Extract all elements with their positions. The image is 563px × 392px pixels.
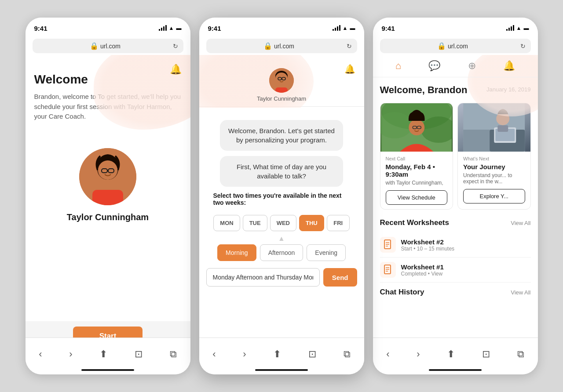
book-button-right[interactable]: ⊡ bbox=[477, 347, 495, 362]
whats-next-card-body: What's Next Your Journey Understand your… bbox=[458, 152, 530, 208]
chat-bubble-2: First, What time of day are you availabl… bbox=[220, 156, 343, 187]
worksheet-item-2: Worksheet #2 Start • 10 – 15 minutes bbox=[380, 232, 531, 258]
book-button-center[interactable]: ⊡ bbox=[303, 347, 322, 362]
forward-button-left[interactable]: › bbox=[64, 347, 77, 362]
day-wed[interactable]: WED bbox=[270, 215, 296, 231]
refresh-icon-right[interactable]: ↻ bbox=[520, 43, 526, 50]
lock-icon-center: 🔒 bbox=[263, 42, 272, 50]
worksheets-header: Recent Worksheets View All bbox=[380, 218, 531, 227]
battery-icon-center: ▬ bbox=[350, 25, 355, 31]
lock-icon-left: 🔒 bbox=[90, 42, 99, 50]
status-bar-left: 9:41 ▲ ▬ bbox=[26, 18, 190, 37]
day-fri[interactable]: FRI bbox=[327, 215, 350, 231]
tabs-button-right[interactable]: ⧉ bbox=[512, 347, 530, 362]
battery-icon-right: ▬ bbox=[524, 25, 529, 31]
next-call-with: with Taylor Cunningham, bbox=[386, 180, 448, 186]
next-call-card-image bbox=[380, 103, 453, 152]
coach-avatar-center bbox=[269, 68, 294, 93]
document-icon-1 bbox=[384, 265, 392, 275]
next-call-card-body: Next Call Monday, Feb 4 • 9:30am with Ta… bbox=[380, 152, 453, 209]
bottom-nav-center: ‹ › ⬆ ⊡ ⧉ bbox=[199, 338, 364, 374]
view-schedule-btn[interactable]: View Schedule bbox=[386, 190, 448, 205]
worksheets-view-all[interactable]: View All bbox=[511, 220, 530, 226]
signal-icon-left bbox=[159, 25, 167, 31]
coach-avatar-svg bbox=[79, 148, 136, 205]
status-bar-center: 9:41 ▲ ▬ bbox=[199, 18, 364, 37]
chat-history-header: Chat History View All bbox=[380, 288, 531, 297]
right-welcome: Welcome, Brandon bbox=[380, 84, 468, 96]
whats-next-label: What's Next bbox=[463, 156, 525, 161]
next-call-label: Next Call bbox=[386, 156, 448, 161]
refresh-icon-center[interactable]: ↻ bbox=[347, 43, 352, 50]
url-text-right: url.com bbox=[448, 43, 468, 50]
status-icons-right: ▲ ▬ bbox=[506, 25, 529, 31]
url-bar-left[interactable]: 🔒 url.com ↻ bbox=[33, 39, 183, 53]
days-arrow: ▲ bbox=[199, 235, 364, 243]
home-icon-right[interactable]: ⌂ bbox=[395, 60, 401, 72]
day-tue[interactable]: TUE bbox=[243, 215, 267, 231]
signal-icon-center bbox=[333, 25, 340, 31]
schedule-prompt: Select two times you're available in the… bbox=[199, 192, 364, 215]
forward-button-center[interactable]: › bbox=[238, 347, 251, 362]
svg-rect-28 bbox=[497, 125, 508, 132]
coach-name-left: Taylor Cunningham bbox=[67, 212, 149, 222]
status-time-left: 9:41 bbox=[34, 25, 48, 32]
back-button-left[interactable]: ‹ bbox=[33, 347, 47, 362]
status-icons-left: ▲ ▬ bbox=[159, 25, 182, 31]
chat-area: Welcome, Brandon. Let's get started by p… bbox=[199, 111, 364, 187]
wifi-icon-left: ▲ bbox=[169, 25, 174, 31]
center-coach-container: Taylor Cunningham bbox=[199, 55, 364, 102]
status-time-right: 9:41 bbox=[382, 25, 395, 32]
input-row: Send bbox=[199, 268, 364, 287]
journey-sub: Understand your... to expect in the w... bbox=[463, 172, 525, 185]
days-row: MON TUE WED THU FRI bbox=[199, 215, 364, 231]
nav-indicator-right bbox=[429, 369, 482, 371]
tabs-button-center[interactable]: ⧉ bbox=[338, 347, 356, 362]
url-bar-right[interactable]: 🔒 url.com ↻ bbox=[380, 39, 531, 53]
bottom-nav-right: ‹ › ⬆ ⊡ ⧉ bbox=[373, 338, 538, 374]
battery-icon-left: ▬ bbox=[176, 25, 182, 31]
status-icons-center: ▲ ▬ bbox=[333, 25, 355, 31]
bottom-nav-left: ‹ › ⬆ ⊡ ⧉ bbox=[26, 338, 190, 374]
svg-rect-13 bbox=[275, 87, 288, 93]
time-evening[interactable]: Evening bbox=[307, 244, 346, 261]
notification-icon-center[interactable]: 🔔 bbox=[344, 64, 355, 74]
nav-indicator-left bbox=[81, 369, 134, 371]
back-button-right[interactable]: ‹ bbox=[381, 347, 395, 362]
worksheet-info-2: Worksheet #2 Start • 10 – 15 minutes bbox=[401, 238, 455, 252]
status-time-center: 9:41 bbox=[208, 25, 221, 32]
time-morning[interactable]: Morning bbox=[217, 244, 256, 261]
day-thu[interactable]: THU bbox=[299, 215, 324, 231]
right-content: ⌂ 💬 ⊕ 🔔 Welcome, Brandon January 16, 201… bbox=[373, 55, 538, 336]
message-input[interactable] bbox=[206, 268, 320, 287]
url-bar-center[interactable]: 🔒 url.com ↻ bbox=[206, 39, 357, 53]
url-text-center: url.com bbox=[274, 43, 294, 50]
chat-icon-right[interactable]: 💬 bbox=[428, 60, 440, 72]
send-button[interactable]: Send bbox=[323, 268, 357, 287]
time-afternoon[interactable]: Afternoon bbox=[260, 244, 303, 261]
notification-icon-left[interactable]: 🔔 bbox=[170, 64, 182, 75]
worksheet-icon-2 bbox=[380, 237, 396, 253]
chat-history-title: Chat History bbox=[380, 288, 424, 297]
worksheet-sub-2: Start • 10 – 15 minutes bbox=[401, 246, 455, 252]
coach-avatar-left bbox=[79, 148, 136, 205]
connect-icon-right[interactable]: ⊕ bbox=[468, 60, 476, 72]
arrow-down-icon: ▲ bbox=[278, 235, 285, 243]
share-button-right[interactable]: ⬆ bbox=[442, 347, 460, 362]
day-mon[interactable]: MON bbox=[213, 215, 240, 231]
back-button-center[interactable]: ‹ bbox=[207, 347, 221, 362]
share-button-center[interactable]: ⬆ bbox=[268, 347, 286, 362]
share-button-left[interactable]: ⬆ bbox=[94, 347, 113, 362]
notification-icon-right[interactable]: 🔔 bbox=[503, 60, 515, 72]
refresh-icon-left[interactable]: ↻ bbox=[173, 43, 178, 50]
chat-view-all[interactable]: View All bbox=[511, 289, 530, 296]
left-phone: 9:41 ▲ ▬ 🔒 url.com ↻ 🔔 bbox=[26, 18, 190, 374]
tabs-button-left[interactable]: ⧉ bbox=[165, 347, 182, 362]
forward-button-right[interactable]: › bbox=[411, 347, 425, 362]
worksheet-title-1: Worksheet #1 bbox=[401, 263, 444, 271]
explore-btn[interactable]: Explore Y... bbox=[463, 189, 525, 203]
coach-avatar-small-svg bbox=[269, 68, 294, 93]
book-button-left[interactable]: ⊡ bbox=[129, 347, 148, 362]
next-call-card: Next Call Monday, Feb 4 • 9:30am with Ta… bbox=[380, 103, 453, 210]
coach-section: Taylor Cunningham bbox=[26, 148, 190, 222]
